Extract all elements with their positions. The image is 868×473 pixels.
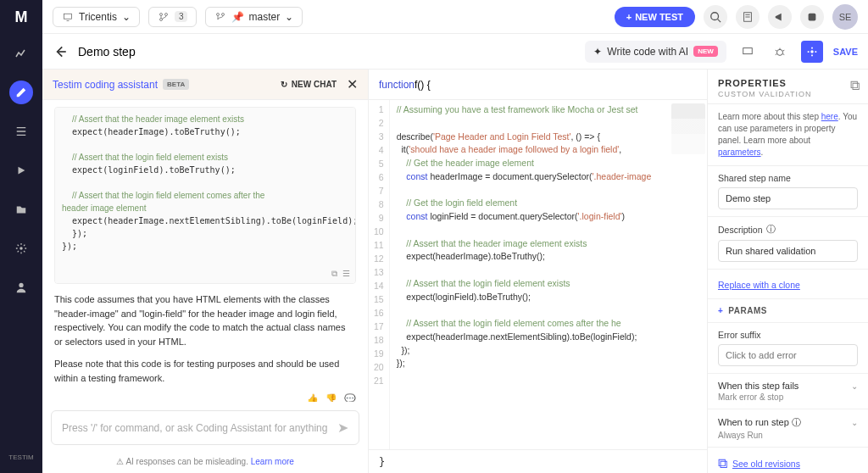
svg-point-5 [159, 18, 162, 20]
rail-folder-icon[interactable] [9, 198, 33, 221]
rail-user-icon[interactable] [9, 275, 33, 299]
copy-icon[interactable]: ⧉ [331, 267, 337, 280]
prompt-input[interactable] [62, 422, 337, 434]
rail-dashboard-icon[interactable] [9, 42, 33, 65]
learn-more-link[interactable]: Learn more [251, 457, 294, 466]
avatar[interactable]: SE [832, 4, 858, 30]
announce-icon[interactable] [768, 5, 792, 29]
branch-icon [214, 11, 226, 23]
logo: M [15, 8, 28, 26]
here-link[interactable]: here [821, 112, 838, 121]
svg-rect-10 [809, 13, 816, 20]
monitor-icon [62, 11, 74, 23]
assistant-explanation-2: Please note that this code is for testin… [54, 357, 356, 385]
disclaimer: ⚠ AI responses can be misleading. Learn … [42, 454, 368, 473]
chevron-down-icon: ⌄ [122, 11, 131, 23]
thumbs-down-icon[interactable]: 👎 [326, 393, 337, 402]
code-editor-panel: function f() { 1234567891011121314151617… [369, 70, 707, 473]
revisions-icon: ⧉ [718, 456, 727, 471]
svg-point-1 [19, 283, 23, 287]
parameters-link[interactable]: parameters [718, 147, 761, 157]
svg-point-0 [19, 247, 23, 250]
topbar: Tricentis ⌄ 3 📌 master ⌄ +NEW TEST SE [42, 0, 868, 34]
prompt-box: ➤ [51, 410, 359, 445]
docs-icon[interactable] [736, 5, 760, 29]
svg-point-4 [164, 13, 167, 15]
search-icon[interactable] [704, 5, 727, 29]
beta-badge: BETA [163, 79, 189, 90]
branch-selector[interactable]: 📌 master ⌄ [205, 7, 303, 27]
function-signature: function f() { [369, 70, 707, 100]
minimap[interactable] [671, 103, 705, 154]
plus-icon: + [626, 12, 632, 22]
assistant-code-block: // Assert that the header image element … [54, 107, 356, 284]
function-close: } [369, 449, 707, 473]
close-icon[interactable]: ✕ [347, 76, 358, 92]
assistant-panel: Testim coding assistant BETA ↻ NEW CHAT … [42, 70, 369, 473]
help-icon[interactable] [800, 5, 824, 29]
info-icon: ⓘ [792, 417, 801, 427]
params-toggle[interactable]: + PARAMS [708, 299, 868, 323]
assistant-name: Testim coding assistant [53, 79, 158, 91]
replace-clone-link[interactable]: Replace with a clone [718, 280, 800, 290]
plus-icon: + [718, 306, 723, 315]
svg-rect-11 [743, 47, 753, 53]
rail-label: TESTIM [8, 454, 33, 461]
write-code-ai-button[interactable]: ✦ Write code with AI NEW [585, 41, 726, 63]
step-header: Demo step ✦ Write code with AI NEW SAVE [42, 34, 868, 70]
when-fails-row[interactable]: When this step fails⌄ Mark error & stop [708, 374, 868, 409]
settings-tool-icon[interactable] [801, 41, 823, 63]
chevron-down-icon: ⌄ [851, 418, 858, 427]
svg-point-3 [159, 13, 162, 15]
assistant-explanation-1: This code assumes that you have HTML ele… [54, 292, 356, 348]
properties-panel: PROPERTIES CUSTOM VALIDATION ⧉ Learn mor… [707, 70, 868, 473]
comment-icon[interactable]: 💬 [344, 393, 356, 402]
pin-icon: 📌 [231, 11, 243, 23]
when-run-row[interactable]: When to run step ⓘ⌄ Always Run [708, 409, 868, 448]
code-editor[interactable]: 123456789101112131415161718192021 // Ass… [369, 100, 707, 449]
project-selector[interactable]: Tricentis ⌄ [53, 7, 140, 27]
warning-icon: ⚠ [116, 457, 124, 466]
properties-title: PROPERTIES [718, 78, 858, 88]
svg-rect-2 [64, 14, 72, 19]
monitor-tool-icon[interactable] [737, 41, 759, 63]
new-chat-button[interactable]: ↻ NEW CHAT [281, 80, 337, 89]
error-suffix-label: Error suffix [718, 330, 858, 340]
send-icon[interactable]: ➤ [337, 420, 348, 436]
rail-gear-icon[interactable] [9, 236, 33, 260]
rail-play-icon[interactable] [9, 159, 33, 182]
old-revisions-link[interactable]: See old revisions [732, 459, 800, 469]
svg-point-13 [810, 50, 814, 53]
thumbs-up-icon[interactable]: 👍 [307, 393, 319, 402]
sparkle-icon: ✦ [593, 46, 602, 58]
properties-info: Learn more about this step here. You can… [708, 104, 868, 166]
svg-point-7 [222, 13, 225, 15]
shared-step-input[interactable] [718, 187, 858, 209]
chevron-down-icon: ⌄ [851, 381, 858, 391]
left-rail: M TESTIM [0, 0, 42, 473]
rail-list-icon[interactable] [9, 120, 33, 143]
info-icon: ⓘ [766, 224, 776, 236]
rail-edit-icon[interactable] [9, 81, 33, 104]
properties-subtitle: CUSTOM VALIDATION [718, 90, 858, 98]
bug-tool-icon[interactable] [769, 41, 791, 63]
refresh-icon: ↻ [281, 80, 287, 89]
copy-icon[interactable]: ⧉ [850, 78, 860, 93]
new-test-button[interactable]: +NEW TEST [615, 7, 695, 27]
branch-count[interactable]: 3 [148, 7, 198, 27]
error-suffix-input[interactable] [718, 344, 858, 366]
shared-step-label: Shared step name [718, 173, 858, 183]
back-arrow-icon[interactable] [53, 44, 68, 59]
description-input[interactable] [718, 240, 858, 262]
save-button[interactable]: SAVE [833, 47, 858, 57]
svg-point-12 [776, 49, 782, 55]
branch-icon [158, 11, 170, 23]
svg-point-6 [217, 13, 220, 15]
chevron-down-icon: ⌄ [285, 11, 293, 23]
step-title: Demo step [78, 45, 136, 58]
svg-point-8 [711, 12, 719, 19]
description-label: Descriptionⓘ [718, 224, 858, 236]
more-icon[interactable]: ☰ [342, 267, 350, 280]
